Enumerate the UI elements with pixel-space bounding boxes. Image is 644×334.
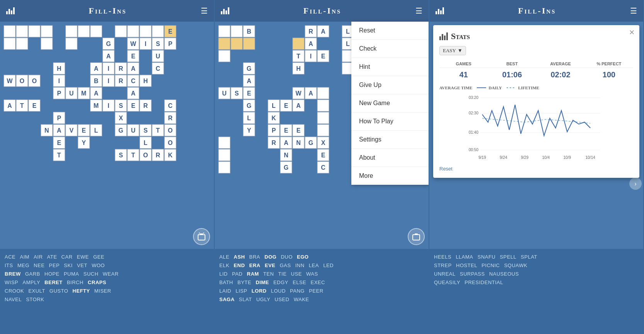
word-VET[interactable]: VET bbox=[77, 262, 87, 268]
word-TEN[interactable]: TEN bbox=[263, 271, 274, 277]
word-GEE[interactable]: GEE bbox=[93, 254, 104, 260]
word-INN[interactable]: INN bbox=[295, 262, 305, 268]
word-BIRCH[interactable]: BIRCH bbox=[67, 279, 83, 285]
word-WAKE[interactable]: WAKE bbox=[294, 297, 309, 302]
word-LEA[interactable]: LEA bbox=[309, 262, 319, 268]
word-STREP[interactable]: STREP bbox=[434, 262, 452, 268]
word-SQUAWK[interactable]: SQUAWK bbox=[504, 262, 527, 268]
word-SURPASS[interactable]: SURPASS bbox=[460, 271, 485, 277]
word-NAUSEOUS[interactable]: NAUSEOUS bbox=[489, 271, 519, 277]
word-MEG[interactable]: MEG bbox=[17, 262, 29, 268]
word-HOSTEL[interactable]: HOSTEL bbox=[456, 262, 477, 268]
word-PUMA[interactable]: PUMA bbox=[64, 271, 79, 277]
word-GAS[interactable]: GAS bbox=[280, 262, 291, 268]
stats-icon-1[interactable] bbox=[6, 7, 15, 14]
word-QUEASILY[interactable]: QUEASILY bbox=[434, 279, 460, 285]
word-WEAR[interactable]: WEAR bbox=[103, 271, 119, 277]
word-SPELL[interactable]: SPELL bbox=[500, 254, 517, 260]
close-button[interactable]: ✕ bbox=[629, 28, 635, 37]
stats-filter-button[interactable]: EASY ▼ bbox=[439, 46, 466, 55]
word-BYTE[interactable]: BYTE bbox=[237, 279, 251, 285]
word-USED[interactable]: USED bbox=[275, 297, 289, 302]
word-EWE[interactable]: EWE bbox=[77, 254, 89, 260]
word-EVE[interactable]: EVE bbox=[265, 262, 276, 268]
word-UNREAL[interactable]: UNREAL bbox=[434, 271, 456, 277]
word-WISP[interactable]: WISP bbox=[5, 279, 18, 285]
word-TIE[interactable]: TIE bbox=[278, 271, 287, 277]
word-LISP[interactable]: LISP bbox=[236, 288, 247, 294]
word-LLAMA[interactable]: LLAMA bbox=[456, 254, 473, 260]
word-AIR[interactable]: AIR bbox=[34, 254, 42, 260]
word-BATH[interactable]: BATH bbox=[219, 279, 233, 285]
word-HOPE[interactable]: HOPE bbox=[44, 271, 59, 277]
menu-item-about[interactable]: About bbox=[351, 149, 429, 167]
word-END[interactable]: END bbox=[234, 262, 245, 268]
word-ITS[interactable]: ITS bbox=[5, 262, 13, 268]
word-RAM[interactable]: RAM bbox=[247, 271, 259, 277]
word-DIME[interactable]: DIME bbox=[256, 279, 269, 285]
word-GARB[interactable]: GARB bbox=[25, 271, 40, 277]
word-WOO[interactable]: WOO bbox=[92, 262, 105, 268]
word-NEE[interactable]: NEE bbox=[34, 262, 44, 268]
menu-icon-2[interactable]: ☰ bbox=[415, 6, 422, 15]
word-AIM[interactable]: AIM bbox=[20, 254, 29, 260]
word-EXEC[interactable]: EXEC bbox=[311, 279, 325, 285]
word-LORD[interactable]: LORD bbox=[252, 288, 267, 294]
word-BERET[interactable]: BERET bbox=[44, 279, 63, 285]
word-STORK[interactable]: STORK bbox=[26, 297, 44, 302]
word-UGLY[interactable]: UGLY bbox=[256, 297, 270, 302]
word-LED[interactable]: LED bbox=[323, 262, 334, 268]
word-LID[interactable]: LID bbox=[219, 271, 228, 277]
word-ALE[interactable]: ALE bbox=[219, 254, 229, 260]
word-SKI[interactable]: SKI bbox=[64, 262, 73, 268]
scroll-right-button[interactable]: › bbox=[629, 177, 642, 190]
stats-reset-button[interactable]: Reset bbox=[439, 166, 633, 172]
word-PANG[interactable]: PANG bbox=[290, 288, 305, 294]
word-SUCH[interactable]: SUCH bbox=[83, 271, 98, 277]
menu-item-how-to-play[interactable]: How To Play bbox=[351, 112, 429, 131]
menu-icon-3[interactable]: ☰ bbox=[630, 6, 637, 15]
word-ELK[interactable]: ELK bbox=[219, 262, 229, 268]
menu-item-new-game[interactable]: New Game bbox=[351, 94, 429, 112]
word-HEFTY[interactable]: HEFTY bbox=[73, 288, 90, 294]
word-ERA[interactable]: ERA bbox=[249, 262, 261, 268]
word-MISER[interactable]: MISER bbox=[94, 288, 111, 294]
menu-item-check[interactable]: Check bbox=[351, 40, 429, 58]
word-NAVEL[interactable]: NAVEL bbox=[5, 297, 22, 302]
word-PAD[interactable]: PAD bbox=[232, 271, 242, 277]
menu-item-reset[interactable]: Reset bbox=[351, 22, 429, 40]
word-CROOK[interactable]: CROOK bbox=[5, 288, 24, 294]
word-PRESIDENTIAL[interactable]: PRESIDENTIAL bbox=[464, 279, 503, 285]
word-CRAPS[interactable]: CRAPS bbox=[88, 279, 106, 285]
menu-icon-1[interactable]: ☰ bbox=[201, 6, 208, 15]
stats-icon-3[interactable] bbox=[436, 7, 444, 14]
word-EDGY[interactable]: EDGY bbox=[273, 279, 288, 285]
word-ATE[interactable]: ATE bbox=[47, 254, 57, 260]
word-SAGA[interactable]: SAGA bbox=[219, 297, 235, 302]
word-HEELS[interactable]: HEELS bbox=[434, 254, 451, 260]
word-CAR[interactable]: CAR bbox=[61, 254, 73, 260]
delete-button-2[interactable] bbox=[408, 228, 425, 245]
word-SLAT[interactable]: SLAT bbox=[239, 297, 252, 302]
menu-item-hint[interactable]: Hint bbox=[351, 58, 429, 76]
menu-item-settings[interactable]: Settings bbox=[351, 131, 429, 149]
crossword-grid-1[interactable]: E G W I S P A E U H bbox=[2, 24, 187, 190]
word-ASH[interactable]: ASH bbox=[234, 254, 245, 260]
word-PICNIC[interactable]: PICNIC bbox=[481, 262, 500, 268]
word-PEP[interactable]: PEP bbox=[49, 262, 60, 268]
word-WAS[interactable]: WAS bbox=[306, 271, 318, 277]
word-DOG[interactable]: DOG bbox=[264, 254, 276, 260]
delete-button-1[interactable] bbox=[193, 228, 210, 245]
menu-item-give-up[interactable]: Give Up bbox=[351, 76, 429, 94]
word-ACE[interactable]: ACE bbox=[5, 254, 15, 260]
word-SPLAT[interactable]: SPLAT bbox=[521, 254, 537, 260]
word-EXULT[interactable]: EXULT bbox=[28, 288, 45, 294]
stats-icon-2[interactable] bbox=[221, 7, 229, 14]
word-SNAFU[interactable]: SNAFU bbox=[478, 254, 496, 260]
word-EGO[interactable]: EGO bbox=[297, 254, 308, 260]
word-LOUD[interactable]: LOUD bbox=[271, 288, 286, 294]
word-ELSE[interactable]: ELSE bbox=[293, 279, 306, 285]
word-BRA[interactable]: BRA bbox=[249, 254, 260, 260]
word-BREW[interactable]: BREW bbox=[5, 271, 21, 277]
word-AMPLY[interactable]: AMPLY bbox=[22, 279, 40, 285]
